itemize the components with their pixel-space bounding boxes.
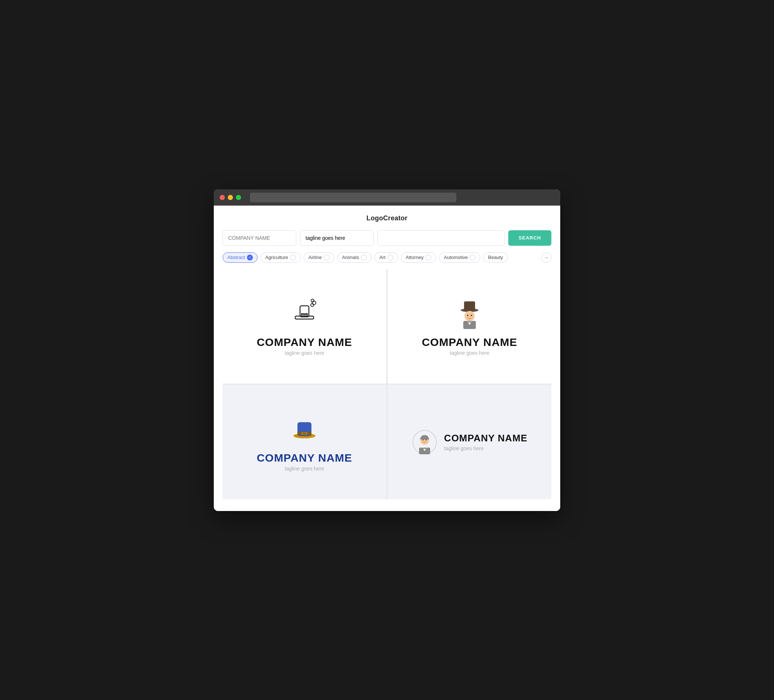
logo-tagline-3: tagline goes here [284,466,324,472]
logo-text-group-4: COMPANY NAME tagline goes here [444,433,528,451]
filter-check-icon: ✓ [324,254,329,261]
filter-chip-attorney[interactable]: Attorney ✓ [401,253,436,262]
search-row: SEARCH [223,230,551,246]
maximize-button[interactable] [236,195,241,200]
filter-chip-abstract[interactable]: Abstract ✓ [223,253,258,262]
filter-chip-agriculture[interactable]: Agriculture ✓ [261,253,301,262]
logo-card-3[interactable]: COMPANY NAME tagline goes here [223,385,386,499]
svg-rect-19 [302,433,307,434]
tagline-input[interactable] [300,230,374,246]
logo-company-3: COMPANY NAME [256,452,352,464]
keyword-input[interactable] [377,230,504,246]
svg-rect-2 [301,313,308,315]
filter-check-icon: ✓ [470,254,475,261]
filter-check-icon: ✓ [425,254,431,261]
filter-label: Agriculture [265,254,288,260]
filter-chip-animals[interactable]: Animals ✓ [337,253,372,262]
filter-label: Abstract [227,254,245,260]
svg-point-11 [471,315,472,316]
filter-check-icon: ✓ [387,254,393,261]
logo-icon-1 [288,297,321,330]
logo-icon-3 [288,413,321,446]
logo-tagline-2: tagline goes here [450,350,489,356]
logo-company-2: COMPANY NAME [422,336,517,348]
filter-chip-art[interactable]: Art ✓ [374,253,398,262]
filter-label: Automotive [444,254,468,260]
logo-icon-4 [412,429,438,455]
logo-icon-2 [453,297,486,330]
titlebar [214,189,560,206]
filter-check-icon: ✓ [361,254,367,261]
filter-label: Airline [309,254,322,260]
svg-rect-8 [464,301,475,311]
logo-card-2[interactable]: COMPANY NAME tagline goes here [388,269,551,383]
svg-point-22 [422,439,423,440]
app-title: LogoCreator [223,215,551,222]
app-content: LogoCreator SEARCH Abstract ✓ Agricultur… [214,206,560,511]
filter-chip-airline[interactable]: Airline ✓ [304,253,334,262]
filter-next-arrow[interactable]: → [541,253,551,262]
svg-point-9 [465,311,475,321]
minimize-button[interactable] [228,195,233,200]
filter-chip-beauty[interactable]: Beauty [483,253,508,262]
filter-label: Beauty [488,254,503,260]
logo-tagline-1: tagline goes here [284,350,324,356]
filter-label: Animals [342,254,359,260]
logo-tagline-4: tagline goes here [444,446,528,451]
search-button[interactable]: SEARCH [508,230,551,246]
logo-company-4: COMPANY NAME [444,433,528,444]
company-name-input[interactable] [223,230,296,246]
filter-label: Art [379,254,385,260]
url-bar [250,193,456,202]
logo-grid: COMPANY NAME tagline goes here [223,269,551,499]
svg-point-23 [425,439,427,440]
svg-point-10 [467,315,468,316]
filter-label: Attorney [406,254,423,260]
logo-card-1[interactable]: COMPANY NAME tagline goes here [223,269,386,383]
logo-card-4[interactable]: COMPANY NAME tagline goes here [388,385,551,499]
filter-row: Abstract ✓ Agriculture ✓ Airline ✓ Anima… [223,253,551,262]
close-button[interactable] [220,195,225,200]
logo-company-1: COMPANY NAME [256,336,352,348]
filter-chip-automotive[interactable]: Automotive ✓ [439,253,480,262]
filter-check-icon: ✓ [247,254,253,261]
app-window: LogoCreator SEARCH Abstract ✓ Agricultur… [214,189,560,511]
filter-check-icon: ✓ [290,254,296,261]
